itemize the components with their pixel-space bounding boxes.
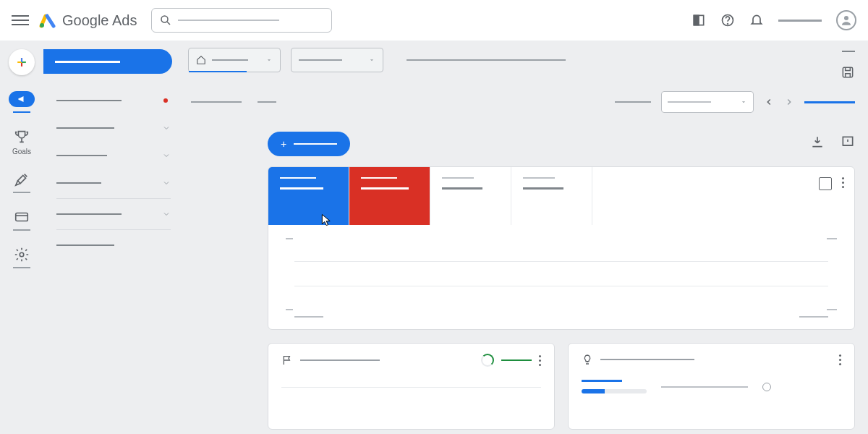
adgroup-selector[interactable]	[291, 48, 383, 72]
stat-tile[interactable]	[349, 167, 430, 225]
sidebar-item[interactable]	[43, 200, 181, 228]
person-icon	[840, 14, 853, 27]
stat-tile[interactable]	[268, 167, 349, 225]
search-icon	[159, 14, 172, 27]
compare-link[interactable]	[804, 101, 855, 103]
chart-options-icon[interactable]	[819, 177, 832, 190]
tools-icon	[14, 171, 30, 187]
header-actions	[692, 10, 856, 30]
scorecard-chart-card	[268, 166, 855, 330]
optiscore-card	[268, 343, 555, 430]
info-icon[interactable]	[762, 383, 771, 391]
sidebar-item[interactable]	[43, 231, 181, 259]
sidebar-item[interactable]	[43, 142, 181, 169]
prev-period-button[interactable]	[764, 97, 774, 107]
add-button[interactable]: +	[268, 132, 350, 156]
sidebar-panel	[43, 41, 181, 434]
rail-tools[interactable]	[0, 171, 43, 193]
billing-icon	[14, 209, 30, 225]
sidebar-item[interactable]	[43, 87, 181, 114]
next-period-button[interactable]	[784, 97, 794, 107]
time-series-chart	[268, 225, 854, 329]
account-avatar[interactable]	[836, 10, 856, 30]
chevron-down-icon	[162, 210, 171, 218]
save-icon[interactable]	[841, 65, 855, 80]
sidebar-overview-chip[interactable]	[43, 49, 172, 74]
breadcrumb	[407, 59, 566, 61]
loading-spinner-icon	[481, 354, 494, 367]
appearance-icon[interactable]	[692, 13, 706, 27]
flag-icon	[281, 354, 293, 366]
more-menu-icon[interactable]	[539, 355, 541, 366]
metric-value	[582, 380, 622, 382]
svg-point-6	[844, 16, 848, 20]
menu-button[interactable]	[12, 12, 29, 29]
stat-tile[interactable]	[430, 167, 511, 225]
help-icon[interactable]	[720, 13, 735, 27]
stat-tile[interactable]	[511, 167, 592, 225]
chevron-down-icon	[162, 179, 171, 187]
campaign-selector[interactable]	[188, 48, 281, 72]
home-icon	[196, 55, 206, 65]
plus-icon: +	[281, 138, 286, 150]
svg-rect-9	[843, 67, 852, 77]
product-logo[interactable]: Google Ads	[39, 12, 137, 29]
account-label[interactable]	[778, 20, 822, 22]
date-range-label	[615, 101, 651, 103]
feedback-icon[interactable]	[841, 135, 855, 149]
chevron-down-icon	[162, 151, 171, 160]
notifications-icon[interactable]	[749, 13, 764, 27]
megaphone-icon	[16, 95, 27, 103]
svg-rect-3	[694, 15, 699, 25]
rail-goals[interactable]: Goals	[0, 129, 43, 156]
progress-bar	[582, 389, 647, 393]
sidebar-item[interactable]	[43, 114, 181, 142]
main-content: +	[181, 41, 868, 434]
rail-campaigns[interactable]	[0, 91, 43, 113]
gear-icon	[14, 247, 30, 263]
search-input[interactable]	[151, 8, 332, 33]
svg-rect-7	[16, 213, 28, 221]
caret-down-icon	[265, 56, 273, 64]
svg-point-8	[20, 252, 24, 257]
svg-point-1	[161, 16, 168, 22]
plus-icon	[14, 55, 29, 69]
caret-down-icon	[368, 56, 375, 64]
rail-goals-label: Goals	[12, 148, 31, 156]
collapse-button[interactable]	[842, 51, 855, 52]
more-menu-icon[interactable]	[839, 354, 841, 365]
recommendations-card	[568, 343, 855, 430]
metric-label	[661, 386, 748, 388]
chevron-down-icon	[162, 124, 171, 132]
product-name: Google Ads	[62, 12, 137, 29]
bulb-icon	[582, 354, 593, 365]
create-button[interactable]	[9, 49, 35, 75]
caret-down-icon	[740, 98, 747, 106]
trophy-icon	[14, 129, 30, 145]
app-header: Google Ads	[0, 0, 868, 41]
date-range-selector[interactable]	[661, 91, 754, 113]
svg-point-5	[728, 24, 728, 25]
download-icon[interactable]	[810, 135, 825, 149]
google-ads-icon	[39, 12, 56, 29]
rail-billing[interactable]	[0, 209, 43, 231]
rail-admin[interactable]	[0, 247, 43, 268]
tab-item[interactable]	[191, 101, 242, 103]
status-label	[501, 359, 532, 361]
left-rail: Goals	[0, 41, 43, 434]
sidebar-item[interactable]	[43, 169, 181, 197]
svg-point-0	[40, 23, 44, 27]
more-menu-icon[interactable]	[842, 177, 844, 188]
alert-dot-icon	[163, 98, 168, 103]
tab-item[interactable]	[258, 101, 276, 103]
